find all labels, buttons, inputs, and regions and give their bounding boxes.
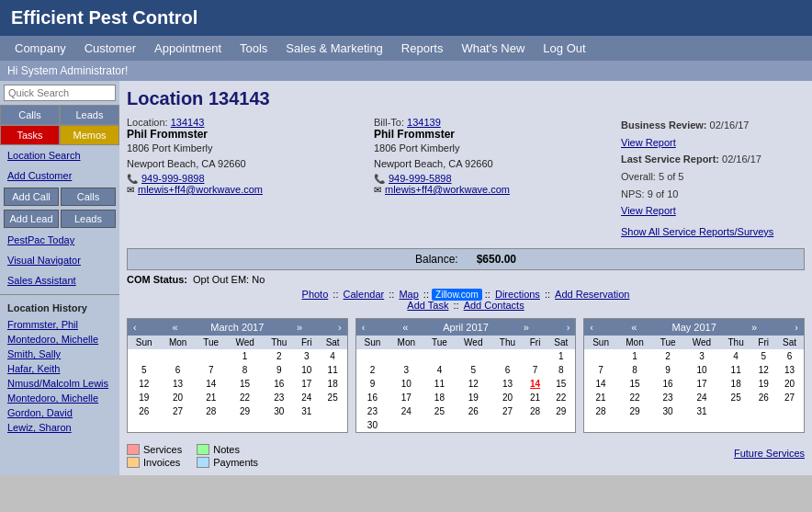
cal-nextnext-1[interactable]: »: [521, 322, 532, 333]
history-item-1[interactable]: Montedoro, Michelle: [7, 332, 112, 347]
cal-prevprev-0[interactable]: «: [169, 322, 180, 333]
nav-item-salesmarketing[interactable]: Sales & Marketing: [276, 36, 392, 61]
history-item-4[interactable]: Nmusd/Malcolm Lewis: [7, 376, 112, 391]
cal-day[interactable]: 9: [356, 377, 389, 391]
cal-day[interactable]: 14: [584, 377, 617, 391]
cal-day[interactable]: 30: [652, 404, 683, 418]
cal-day[interactable]: 5: [751, 349, 775, 363]
cal-day[interactable]: 27: [775, 391, 804, 404]
billto-id-link[interactable]: 134139: [407, 117, 441, 128]
cal-day[interactable]: 20: [161, 391, 196, 404]
cal-prev-1[interactable]: ‹: [359, 322, 368, 333]
cal-day[interactable]: 9: [652, 363, 683, 377]
calendar-link[interactable]: Calendar: [344, 289, 385, 300]
cal-next-2[interactable]: ›: [792, 322, 801, 333]
cal-day[interactable]: 13: [775, 363, 804, 377]
cal-day[interactable]: 1: [227, 349, 264, 363]
nav-item-company[interactable]: Company: [6, 36, 75, 61]
history-item-6[interactable]: Gordon, David: [7, 405, 112, 420]
cal-day[interactable]: 2: [356, 363, 389, 377]
photo-link[interactable]: Photo: [302, 289, 329, 300]
cal-nextnext-2[interactable]: »: [749, 322, 760, 333]
memos-button[interactable]: Memos: [60, 125, 119, 145]
cal-day[interactable]: 4: [319, 349, 347, 363]
leads-list-button[interactable]: Leads: [61, 210, 116, 228]
cal-day[interactable]: 11: [423, 377, 455, 391]
cal-day[interactable]: 19: [455, 391, 491, 404]
location-id-link[interactable]: 134143: [171, 117, 205, 128]
cal-day[interactable]: 7: [584, 363, 617, 377]
cal-day[interactable]: 27: [161, 404, 196, 418]
cal-day[interactable]: 2: [264, 349, 296, 363]
cal-day[interactable]: 28: [584, 404, 617, 418]
show-all-reports-link[interactable]: Show All Service Reports/Surveys: [621, 226, 773, 237]
cal-day[interactable]: 9: [264, 363, 296, 377]
history-item-7[interactable]: Lewiz, Sharon: [7, 420, 112, 435]
cal-day[interactable]: 18: [319, 377, 347, 391]
billto-email[interactable]: mlewis+ff4@workwave.com: [385, 184, 510, 195]
cal-day[interactable]: 12: [751, 363, 775, 377]
cal-day[interactable]: 19: [751, 377, 775, 391]
cal-day[interactable]: 20: [775, 377, 804, 391]
cal-day[interactable]: 8: [227, 363, 264, 377]
cal-day[interactable]: 7: [524, 363, 547, 377]
cal-day[interactable]: 24: [295, 391, 319, 404]
nav-item-appointment[interactable]: Appointment: [145, 36, 231, 61]
history-item-2[interactable]: Smith, Sally: [7, 347, 112, 361]
cal-day[interactable]: 1: [617, 349, 652, 363]
cal-day[interactable]: 21: [584, 391, 617, 404]
cal-day[interactable]: 31: [683, 404, 720, 418]
cal-day[interactable]: 24: [389, 404, 423, 418]
cal-day[interactable]: 1: [547, 349, 575, 363]
cal-day[interactable]: 6: [161, 363, 196, 377]
add-reservation-link[interactable]: Add Reservation: [555, 289, 629, 300]
cal-day[interactable]: 3: [389, 363, 423, 377]
cal-day[interactable]: 5: [455, 363, 491, 377]
cal-day[interactable]: 4: [423, 363, 455, 377]
nav-item-whatsnew[interactable]: What's New: [452, 36, 534, 61]
cal-day[interactable]: 24: [683, 391, 720, 404]
tasks-button[interactable]: Tasks: [0, 125, 60, 145]
cal-day[interactable]: 15: [617, 377, 652, 391]
cal-day[interactable]: 16: [264, 377, 296, 391]
directions-link[interactable]: Directions: [495, 289, 540, 300]
cal-day[interactable]: 5: [128, 363, 161, 377]
cal-day[interactable]: 18: [423, 391, 455, 404]
cal-day[interactable]: 30: [264, 404, 296, 418]
cal-day[interactable]: 29: [547, 404, 575, 418]
cal-day[interactable]: 4: [720, 349, 752, 363]
cal-day[interactable]: 25: [423, 404, 455, 418]
cal-day[interactable]: 28: [196, 404, 227, 418]
sidebar-link-location-search[interactable]: Location Search: [0, 145, 119, 165]
calls-list-button[interactable]: Calls: [61, 188, 116, 206]
cal-day[interactable]: 8: [547, 363, 575, 377]
sidebar-link-pestpac[interactable]: PestPac Today: [0, 230, 119, 250]
cal-day[interactable]: 16: [356, 391, 389, 404]
cal-day[interactable]: 3: [683, 349, 720, 363]
history-item-5[interactable]: Montedoro, Michelle: [7, 391, 112, 405]
cal-day[interactable]: 23: [652, 391, 683, 404]
cal-day[interactable]: 23: [264, 391, 296, 404]
cal-day[interactable]: 22: [617, 391, 652, 404]
cal-day[interactable]: 11: [319, 363, 347, 377]
sidebar-link-add-customer[interactable]: Add Customer: [0, 165, 119, 186]
sidebar-link-sales[interactable]: Sales Assistant: [0, 270, 119, 290]
cal-day[interactable]: 3: [295, 349, 319, 363]
cal-day[interactable]: 23: [356, 404, 389, 418]
nav-item-tools[interactable]: Tools: [231, 36, 276, 61]
map-link[interactable]: Map: [399, 289, 418, 300]
cal-day[interactable]: 29: [227, 404, 264, 418]
view-report-link[interactable]: View Report: [621, 137, 676, 148]
cal-next-0[interactable]: ›: [335, 322, 344, 333]
cal-day[interactable]: 2: [652, 349, 683, 363]
cal-day[interactable]: 14: [524, 377, 547, 391]
cal-day[interactable]: 22: [227, 391, 264, 404]
cal-day[interactable]: 15: [227, 377, 264, 391]
cal-day[interactable]: 17: [683, 377, 720, 391]
cal-day[interactable]: 6: [491, 363, 524, 377]
nav-item-reports[interactable]: Reports: [392, 36, 453, 61]
cal-day[interactable]: 20: [491, 391, 524, 404]
cal-prevprev-1[interactable]: «: [400, 322, 411, 333]
search-input[interactable]: [4, 85, 116, 101]
cal-day[interactable]: 10: [295, 363, 319, 377]
